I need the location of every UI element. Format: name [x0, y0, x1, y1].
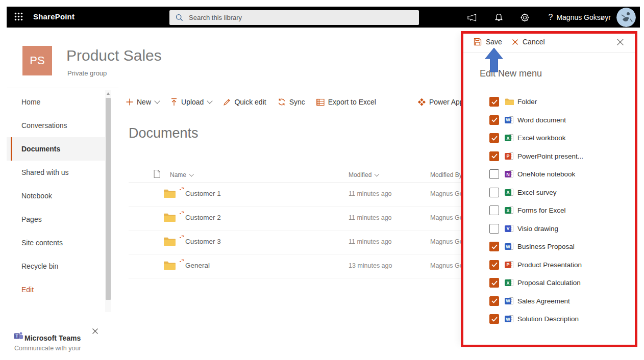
- menu-item-sales-agreement[interactable]: W Sales Agreement: [463, 292, 635, 311]
- gear-icon[interactable]: [519, 12, 530, 23]
- panel-command-bar: Save Cancel: [463, 34, 635, 53]
- svg-text:T: T: [15, 333, 18, 339]
- user-name[interactable]: Magnus Goksøyr: [556, 13, 611, 21]
- checkbox[interactable]: [489, 224, 499, 234]
- menu-item-visio-drawing[interactable]: V Visio drawing: [463, 220, 635, 238]
- search-box[interactable]: [169, 10, 419, 25]
- sync-icon: [278, 98, 286, 106]
- checkbox[interactable]: [489, 97, 499, 107]
- modified-value: 13 minutes ago: [349, 262, 392, 269]
- checkbox[interactable]: [489, 133, 499, 143]
- cancel-button[interactable]: Cancel: [512, 38, 545, 46]
- megaphone-icon[interactable]: [466, 12, 477, 23]
- teams-promo-subtitle: Communicate with your: [14, 345, 81, 352]
- checkbox[interactable]: [489, 151, 499, 161]
- checkbox[interactable]: [489, 278, 499, 288]
- menu-item-onenote-notebook[interactable]: N OneNote notebook: [463, 165, 635, 184]
- help-icon[interactable]: ?: [545, 12, 556, 23]
- chevron-down-icon: [154, 98, 160, 104]
- app-launcher-icon[interactable]: [14, 12, 23, 23]
- folder-icon: [505, 98, 514, 106]
- document-name[interactable]: Customer 1: [185, 190, 221, 197]
- menu-item-product-presentation[interactable]: P Product Presentation: [463, 256, 635, 274]
- plus-icon: [126, 98, 133, 106]
- toolbar-button-sync[interactable]: Sync: [278, 98, 305, 106]
- checkbox[interactable]: [489, 115, 499, 125]
- menu-item-powerpoint-present[interactable]: P PowerPoint present...: [463, 147, 635, 166]
- checkbox[interactable]: [489, 242, 499, 251]
- word-icon: W: [505, 297, 514, 305]
- document-name[interactable]: Customer 2: [185, 214, 221, 221]
- checkbox[interactable]: [489, 260, 499, 270]
- teams-promo-close-icon[interactable]: [92, 327, 98, 337]
- sidebar-item-site-contents[interactable]: Site contents: [7, 231, 105, 254]
- sidebar-item-documents[interactable]: Documents: [7, 137, 105, 161]
- menu-item-solution-description[interactable]: W Solution Description: [463, 310, 635, 328]
- sidebar-item-notebook[interactable]: Notebook: [7, 184, 105, 208]
- sidebar-item-home[interactable]: Home: [7, 90, 105, 114]
- menu-item-folder[interactable]: Folder: [463, 93, 635, 111]
- menu-item-proposal-calculation[interactable]: X Proposal Calculation: [463, 274, 635, 292]
- toolbar-button-quick-edit[interactable]: Quick edit: [223, 98, 266, 106]
- excel-icon: X: [505, 278, 515, 287]
- top-suite-bar: SharePoint ? Magnus Goks: [7, 7, 640, 28]
- menu-item-business-proposal[interactable]: W Business Proposal: [463, 238, 635, 256]
- document-name[interactable]: Customer 3: [185, 238, 221, 245]
- checkbox[interactable]: [489, 296, 499, 306]
- scroll-up-arrow-icon[interactable]: [107, 92, 110, 95]
- table-row[interactable]: Customer 2 11 minutes ago Magnus Goksøyr: [129, 207, 464, 230]
- checkbox[interactable]: [489, 169, 499, 179]
- sidebar-item-pages[interactable]: Pages: [7, 208, 105, 231]
- search-icon: [176, 14, 183, 21]
- save-button[interactable]: Save: [474, 38, 502, 46]
- menu-item-forms-for-excel[interactable]: X Forms for Excel: [463, 201, 635, 220]
- command-bar: New Upload Quick edit Sync Export to Exc…: [126, 95, 487, 109]
- upload-icon: [170, 98, 178, 106]
- document-type-column-icon[interactable]: [153, 169, 161, 180]
- teams-icon: T: [14, 333, 23, 342]
- word-icon: W: [505, 315, 514, 323]
- pencil-icon: [223, 98, 231, 106]
- table-header: Name Modified Modified By: [129, 169, 465, 182]
- table-row[interactable]: Customer 1 11 minutes ago Magnus Goksøyr: [129, 183, 464, 207]
- column-header-modified[interactable]: Modified: [349, 171, 379, 178]
- sidebar-item-recycle-bin[interactable]: Recycle bin: [7, 254, 105, 278]
- close-panel-icon[interactable]: [616, 38, 624, 48]
- toolbar-button-upload[interactable]: Upload: [170, 98, 212, 106]
- checkbox[interactable]: [489, 188, 499, 197]
- modified-value: 11 minutes ago: [349, 190, 392, 197]
- modified-value: 11 minutes ago: [349, 214, 392, 221]
- menu-item-list: Folder W Word document X Excel workbook: [463, 93, 635, 328]
- folder-icon[interactable]: [163, 261, 176, 272]
- folder-icon[interactable]: [163, 213, 176, 224]
- excel-grid-icon: [316, 98, 325, 106]
- new-item-sparkle-icon: [179, 257, 185, 266]
- sidebar-item-shared-with-us[interactable]: Shared with us: [7, 161, 105, 184]
- check-icon: [491, 244, 498, 249]
- menu-item-excel-workbook[interactable]: X Excel workbook: [463, 129, 635, 147]
- word-icon: W: [505, 297, 515, 305]
- folder-icon[interactable]: [163, 189, 176, 200]
- scrollbar-thumb[interactable]: [106, 98, 111, 300]
- column-header-name[interactable]: Name: [170, 171, 193, 178]
- sidebar-nav: Home Conversations Documents Shared with…: [7, 90, 105, 301]
- folder-icon[interactable]: [163, 237, 176, 248]
- powerpoint-icon: P: [505, 152, 515, 161]
- toolbar-button-export-to-excel[interactable]: Export to Excel: [316, 98, 376, 106]
- site-logo[interactable]: PS: [22, 46, 52, 75]
- menu-item-excel-survey[interactable]: X Excel survey: [463, 184, 635, 202]
- menu-item-word-document[interactable]: W Word document: [463, 111, 635, 130]
- user-avatar[interactable]: [616, 8, 636, 27]
- sidebar-item-edit[interactable]: Edit: [7, 278, 105, 301]
- checkbox[interactable]: [489, 205, 499, 215]
- bell-icon[interactable]: [493, 12, 504, 23]
- sidebar-item-conversations[interactable]: Conversations: [7, 114, 105, 137]
- sidebar-scrollbar[interactable]: [105, 90, 111, 312]
- checkbox[interactable]: [489, 314, 499, 324]
- search-input[interactable]: [188, 13, 419, 22]
- document-list: Customer 1 11 minutes ago Magnus Goksøyr…: [129, 183, 464, 278]
- table-row[interactable]: Customer 3 11 minutes ago Magnus Goksøyr: [129, 230, 464, 254]
- toolbar-button-new[interactable]: New: [126, 98, 159, 106]
- table-row[interactable]: General 13 minutes ago Magnus Goksøyr: [129, 254, 464, 278]
- document-name[interactable]: General: [185, 262, 210, 269]
